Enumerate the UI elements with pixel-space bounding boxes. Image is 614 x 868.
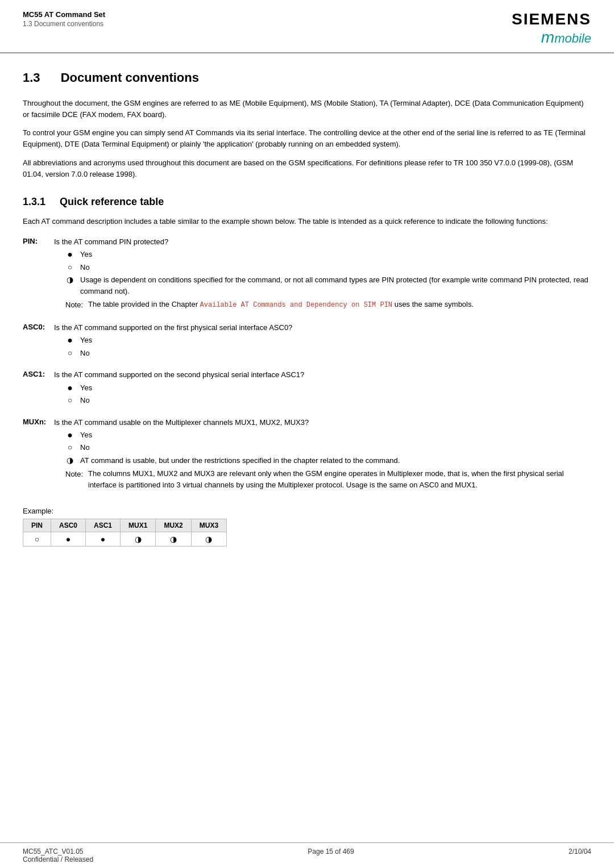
note-content: The columns MUX1, MUX2 and MUX3 are rele… xyxy=(88,468,591,491)
table-row: ○ ● ● ◑ ◑ ◑ xyxy=(23,532,227,546)
col-asc0: ASC0 xyxy=(51,519,86,532)
siemens-logo: SIEMENS xyxy=(512,10,591,28)
def-asc1-row: ASC1: Is the AT command supported on the… xyxy=(23,369,591,407)
def-asc0-bullets: ● Yes ○ No xyxy=(65,335,591,358)
bullet-item: ● Yes xyxy=(65,429,591,441)
def-pin: PIN: Is the AT command PIN protected? ● … xyxy=(23,236,591,313)
def-pin-bullets: ● Yes ○ No ◑ Usage is dependent on condi… xyxy=(65,249,591,311)
def-muxn-label: MUXn: xyxy=(23,417,54,426)
bullet-item: ● Yes xyxy=(65,249,591,260)
example-label: Example: xyxy=(23,507,591,515)
section-1-3: 1.3 Document conventions Throughout the … xyxy=(23,70,591,180)
def-asc1-description: Is the AT command supported on the secon… xyxy=(54,369,591,381)
bullet-item: ◑ Usage is dependent on conditions speci… xyxy=(65,274,591,297)
footer-doc-id: MC55_ATC_V01.05 xyxy=(23,848,93,856)
main-content: 1.3 Document conventions Throughout the … xyxy=(0,53,614,569)
def-pin-row: PIN: Is the AT command PIN protected? ● … xyxy=(23,236,591,313)
section-para-2: To control your GSM engine you can simpl… xyxy=(23,127,591,150)
section-para-1: Throughout the document, the GSM engines… xyxy=(23,98,591,120)
table-header-row: PIN ASC0 ASC1 MUX1 MUX2 MUX3 xyxy=(23,519,227,532)
document-title: MC55 AT Command Set xyxy=(23,10,105,19)
bullet-item: ● Yes xyxy=(65,335,591,346)
col-mux3: MUX3 xyxy=(191,519,226,532)
bullet-text: No xyxy=(80,395,90,406)
empty-circle-icon: ○ xyxy=(65,442,74,452)
bullet-text: No xyxy=(80,348,90,359)
note-label: Note: xyxy=(65,468,88,480)
bullet-text: No xyxy=(80,442,90,453)
col-mux1: MUX1 xyxy=(121,519,156,532)
def-muxn-content: Is the AT command usable on the Multiple… xyxy=(54,417,591,494)
bullet-text: No xyxy=(80,262,90,273)
bullet-item: ○ No xyxy=(65,442,591,453)
def-pin-content: Is the AT command PIN protected? ● Yes ○… xyxy=(54,236,591,313)
half-circle-icon: ◑ xyxy=(65,274,74,285)
empty-circle-icon: ○ xyxy=(65,395,74,405)
footer-left: MC55_ATC_V01.05 Confidential / Released xyxy=(23,848,93,863)
subsection-heading-1-3-1: 1.3.1 Quick reference table xyxy=(23,196,591,208)
bullet-text: Yes xyxy=(80,382,92,394)
section-1-3-1: 1.3.1 Quick reference table Each AT comm… xyxy=(23,196,591,547)
empty-circle-icon: ○ xyxy=(65,262,74,272)
def-asc0-row: ASC0: Is the AT command supported on the… xyxy=(23,322,591,360)
cell-asc1: ● xyxy=(86,532,121,546)
bullet-item: ○ No xyxy=(65,262,591,273)
def-muxn-bullets: ● Yes ○ No ◑ AT command is usable, but u… xyxy=(65,429,591,491)
reference-table: PIN ASC0 ASC1 MUX1 MUX2 MUX3 ○ ● ● ◑ ◑ xyxy=(23,519,227,546)
bullet-text: Usage is dependent on conditions specifi… xyxy=(80,274,591,297)
page-header: MC55 AT Command Set 1.3 Document convent… xyxy=(0,0,614,53)
def-asc0: ASC0: Is the AT command supported on the… xyxy=(23,322,591,360)
col-pin: PIN xyxy=(23,519,51,532)
section-title: Document conventions xyxy=(61,70,199,85)
bullet-text: Yes xyxy=(80,335,92,346)
footer-page-number: Page 15 of 469 xyxy=(308,848,354,863)
section-heading-1-3: 1.3 Document conventions xyxy=(23,70,591,87)
empty-circle-icon: ○ xyxy=(65,348,74,358)
def-asc1-label: ASC1: xyxy=(23,369,54,378)
filled-circle-icon: ● xyxy=(65,249,74,260)
def-asc1: ASC1: Is the AT command supported on the… xyxy=(23,369,591,407)
bullet-item: ◑ AT command is usable, but under the re… xyxy=(65,455,591,466)
bullet-item: ○ No xyxy=(65,348,591,359)
example-section: Example: PIN ASC0 ASC1 MUX1 MUX2 MUX3 ○ xyxy=(23,507,591,546)
subsection-intro: Each AT command description includes a t… xyxy=(23,216,591,227)
def-asc0-content: Is the AT command supported on the first… xyxy=(54,322,591,360)
filled-circle-icon: ● xyxy=(65,335,74,345)
col-asc1: ASC1 xyxy=(86,519,121,532)
def-pin-label: PIN: xyxy=(23,236,54,245)
bullet-item: ○ No xyxy=(65,395,591,406)
def-pin-description: Is the AT command PIN protected? xyxy=(54,236,591,248)
note-label: Note: xyxy=(65,299,88,311)
cell-asc0: ● xyxy=(51,532,86,546)
def-asc0-description: Is the AT command supported on the first… xyxy=(54,322,591,333)
code-link: Available AT Commands and Dependency on … xyxy=(200,301,392,309)
def-muxn: MUXn: Is the AT command usable on the Mu… xyxy=(23,417,591,494)
filled-circle-icon: ● xyxy=(65,382,74,393)
note-row: Note: The table provided in the Chapter … xyxy=(65,299,591,311)
subsection-number: 1.3.1 xyxy=(23,196,45,207)
page-footer: MC55_ATC_V01.05 Confidential / Released … xyxy=(0,842,614,868)
bullet-text: AT command is usable, but under the rest… xyxy=(80,455,400,466)
def-muxn-description: Is the AT command usable on the Multiple… xyxy=(54,417,591,428)
section-para-3: All abbreviations and acronyms used thro… xyxy=(23,157,591,180)
logo-container: SIEMENS mmobile xyxy=(512,10,591,47)
cell-mux2: ◑ xyxy=(156,532,191,546)
section-number: 1.3 xyxy=(23,70,40,85)
cell-mux3: ◑ xyxy=(191,532,226,546)
col-mux2: MUX2 xyxy=(156,519,191,532)
half-circle-icon: ◑ xyxy=(65,455,74,465)
def-asc0-label: ASC0: xyxy=(23,322,54,331)
bullet-text: Yes xyxy=(80,429,92,441)
footer-date: 2/10/04 xyxy=(569,848,591,863)
section-label: 1.3 Document conventions xyxy=(23,20,105,28)
footer-classification: Confidential / Released xyxy=(23,856,93,863)
cell-pin: ○ xyxy=(23,532,51,546)
bullet-item: ● Yes xyxy=(65,382,591,394)
cell-mux1: ◑ xyxy=(121,532,156,546)
header-left: MC55 AT Command Set 1.3 Document convent… xyxy=(23,10,105,28)
filled-circle-icon: ● xyxy=(65,429,74,440)
def-asc1-bullets: ● Yes ○ No xyxy=(65,382,591,406)
def-muxn-row: MUXn: Is the AT command usable on the Mu… xyxy=(23,417,591,494)
note-row: Note: The columns MUX1, MUX2 and MUX3 ar… xyxy=(65,468,591,491)
def-asc1-content: Is the AT command supported on the secon… xyxy=(54,369,591,407)
